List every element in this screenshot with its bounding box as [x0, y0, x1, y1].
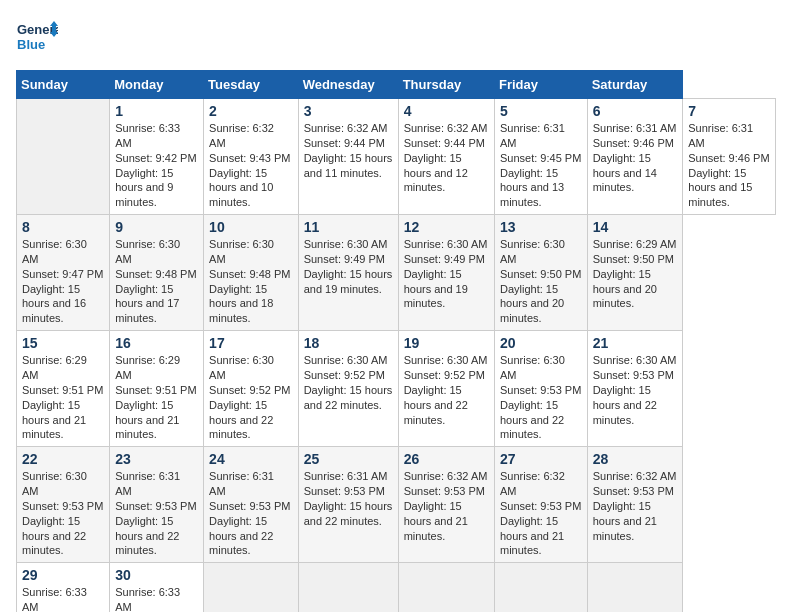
calendar-table: SundayMondayTuesdayWednesdayThursdayFrid…	[16, 70, 776, 612]
day-cell: 16Sunrise: 6:29 AMSunset: 9:51 PMDayligh…	[110, 331, 204, 447]
empty-cell	[17, 99, 110, 215]
week-row-1: 1Sunrise: 6:33 AMSunset: 9:42 PMDaylight…	[17, 99, 776, 215]
day-info: Sunrise: 6:30 AMSunset: 9:47 PMDaylight:…	[22, 237, 104, 326]
week-row-3: 15Sunrise: 6:29 AMSunset: 9:51 PMDayligh…	[17, 331, 776, 447]
day-info: Sunrise: 6:30 AMSunset: 9:52 PMDaylight:…	[209, 353, 293, 442]
day-info: Sunrise: 6:30 AMSunset: 9:53 PMDaylight:…	[593, 353, 678, 427]
day-cell: 6Sunrise: 6:31 AMSunset: 9:46 PMDaylight…	[587, 99, 683, 215]
day-cell: 29Sunrise: 6:33 AMSunset: 9:53 PMDayligh…	[17, 563, 110, 612]
day-info: Sunrise: 6:32 AMSunset: 9:43 PMDaylight:…	[209, 121, 293, 210]
day-number: 25	[304, 451, 393, 467]
day-info: Sunrise: 6:33 AMSunset: 9:53 PMDaylight:…	[22, 585, 104, 612]
day-cell: 4Sunrise: 6:32 AMSunset: 9:44 PMDaylight…	[398, 99, 494, 215]
day-cell: 13Sunrise: 6:30 AMSunset: 9:50 PMDayligh…	[495, 215, 588, 331]
day-cell: 23Sunrise: 6:31 AMSunset: 9:53 PMDayligh…	[110, 447, 204, 563]
page-header: General Blue	[16, 16, 776, 58]
day-number: 13	[500, 219, 582, 235]
day-info: Sunrise: 6:32 AMSunset: 9:44 PMDaylight:…	[304, 121, 393, 180]
day-info: Sunrise: 6:30 AMSunset: 9:50 PMDaylight:…	[500, 237, 582, 326]
week-row-4: 22Sunrise: 6:30 AMSunset: 9:53 PMDayligh…	[17, 447, 776, 563]
day-number: 11	[304, 219, 393, 235]
day-number: 12	[404, 219, 489, 235]
day-info: Sunrise: 6:32 AMSunset: 9:44 PMDaylight:…	[404, 121, 489, 195]
day-cell: 15Sunrise: 6:29 AMSunset: 9:51 PMDayligh…	[17, 331, 110, 447]
day-cell: 14Sunrise: 6:29 AMSunset: 9:50 PMDayligh…	[587, 215, 683, 331]
logo-svg: General Blue	[16, 16, 58, 58]
day-number: 6	[593, 103, 678, 119]
day-number: 9	[115, 219, 198, 235]
week-row-2: 8Sunrise: 6:30 AMSunset: 9:47 PMDaylight…	[17, 215, 776, 331]
day-number: 3	[304, 103, 393, 119]
day-info: Sunrise: 6:30 AMSunset: 9:49 PMDaylight:…	[404, 237, 489, 311]
day-number: 22	[22, 451, 104, 467]
day-info: Sunrise: 6:31 AMSunset: 9:53 PMDaylight:…	[115, 469, 198, 558]
day-number: 15	[22, 335, 104, 351]
day-cell: 20Sunrise: 6:30 AMSunset: 9:53 PMDayligh…	[495, 331, 588, 447]
day-cell: 2Sunrise: 6:32 AMSunset: 9:43 PMDaylight…	[204, 99, 299, 215]
day-number: 20	[500, 335, 582, 351]
day-cell	[298, 563, 398, 612]
col-header-monday: Monday	[110, 71, 204, 99]
week-row-5: 29Sunrise: 6:33 AMSunset: 9:53 PMDayligh…	[17, 563, 776, 612]
day-cell: 3Sunrise: 6:32 AMSunset: 9:44 PMDaylight…	[298, 99, 398, 215]
day-info: Sunrise: 6:32 AMSunset: 9:53 PMDaylight:…	[593, 469, 678, 543]
day-cell: 12Sunrise: 6:30 AMSunset: 9:49 PMDayligh…	[398, 215, 494, 331]
day-number: 8	[22, 219, 104, 235]
logo-image: General Blue	[16, 16, 58, 58]
day-cell: 24Sunrise: 6:31 AMSunset: 9:53 PMDayligh…	[204, 447, 299, 563]
day-cell	[204, 563, 299, 612]
day-info: Sunrise: 6:33 AMSunset: 9:42 PMDaylight:…	[115, 121, 198, 210]
day-cell	[587, 563, 683, 612]
day-number: 28	[593, 451, 678, 467]
day-number: 4	[404, 103, 489, 119]
day-number: 14	[593, 219, 678, 235]
day-number: 24	[209, 451, 293, 467]
day-info: Sunrise: 6:31 AMSunset: 9:46 PMDaylight:…	[688, 121, 770, 210]
day-info: Sunrise: 6:31 AMSunset: 9:45 PMDaylight:…	[500, 121, 582, 210]
day-cell: 18Sunrise: 6:30 AMSunset: 9:52 PMDayligh…	[298, 331, 398, 447]
day-info: Sunrise: 6:30 AMSunset: 9:53 PMDaylight:…	[22, 469, 104, 558]
day-cell: 21Sunrise: 6:30 AMSunset: 9:53 PMDayligh…	[587, 331, 683, 447]
day-cell: 9Sunrise: 6:30 AMSunset: 9:48 PMDaylight…	[110, 215, 204, 331]
day-number: 17	[209, 335, 293, 351]
day-info: Sunrise: 6:30 AMSunset: 9:52 PMDaylight:…	[404, 353, 489, 427]
day-cell	[495, 563, 588, 612]
day-cell: 5Sunrise: 6:31 AMSunset: 9:45 PMDaylight…	[495, 99, 588, 215]
day-number: 21	[593, 335, 678, 351]
day-info: Sunrise: 6:29 AMSunset: 9:51 PMDaylight:…	[22, 353, 104, 442]
day-cell: 10Sunrise: 6:30 AMSunset: 9:48 PMDayligh…	[204, 215, 299, 331]
day-cell: 30Sunrise: 6:33 AMSunset: 9:53 PMDayligh…	[110, 563, 204, 612]
day-cell	[398, 563, 494, 612]
day-info: Sunrise: 6:30 AMSunset: 9:52 PMDaylight:…	[304, 353, 393, 412]
day-number: 10	[209, 219, 293, 235]
day-info: Sunrise: 6:32 AMSunset: 9:53 PMDaylight:…	[500, 469, 582, 558]
day-cell: 8Sunrise: 6:30 AMSunset: 9:47 PMDaylight…	[17, 215, 110, 331]
day-number: 5	[500, 103, 582, 119]
day-info: Sunrise: 6:30 AMSunset: 9:49 PMDaylight:…	[304, 237, 393, 296]
day-number: 26	[404, 451, 489, 467]
day-cell: 25Sunrise: 6:31 AMSunset: 9:53 PMDayligh…	[298, 447, 398, 563]
col-header-saturday: Saturday	[587, 71, 683, 99]
day-number: 16	[115, 335, 198, 351]
day-cell: 26Sunrise: 6:32 AMSunset: 9:53 PMDayligh…	[398, 447, 494, 563]
logo: General Blue	[16, 16, 58, 58]
day-cell: 19Sunrise: 6:30 AMSunset: 9:52 PMDayligh…	[398, 331, 494, 447]
day-number: 2	[209, 103, 293, 119]
logo-container: General Blue	[16, 16, 58, 58]
day-info: Sunrise: 6:30 AMSunset: 9:48 PMDaylight:…	[209, 237, 293, 326]
day-info: Sunrise: 6:32 AMSunset: 9:53 PMDaylight:…	[404, 469, 489, 543]
day-number: 1	[115, 103, 198, 119]
day-number: 7	[688, 103, 770, 119]
day-info: Sunrise: 6:31 AMSunset: 9:53 PMDaylight:…	[209, 469, 293, 558]
day-cell: 17Sunrise: 6:30 AMSunset: 9:52 PMDayligh…	[204, 331, 299, 447]
day-number: 19	[404, 335, 489, 351]
day-number: 30	[115, 567, 198, 583]
col-header-sunday: Sunday	[17, 71, 110, 99]
day-info: Sunrise: 6:30 AMSunset: 9:48 PMDaylight:…	[115, 237, 198, 326]
day-cell: 22Sunrise: 6:30 AMSunset: 9:53 PMDayligh…	[17, 447, 110, 563]
day-info: Sunrise: 6:29 AMSunset: 9:50 PMDaylight:…	[593, 237, 678, 311]
col-header-friday: Friday	[495, 71, 588, 99]
day-cell: 27Sunrise: 6:32 AMSunset: 9:53 PMDayligh…	[495, 447, 588, 563]
col-header-wednesday: Wednesday	[298, 71, 398, 99]
day-info: Sunrise: 6:33 AMSunset: 9:53 PMDaylight:…	[115, 585, 198, 612]
